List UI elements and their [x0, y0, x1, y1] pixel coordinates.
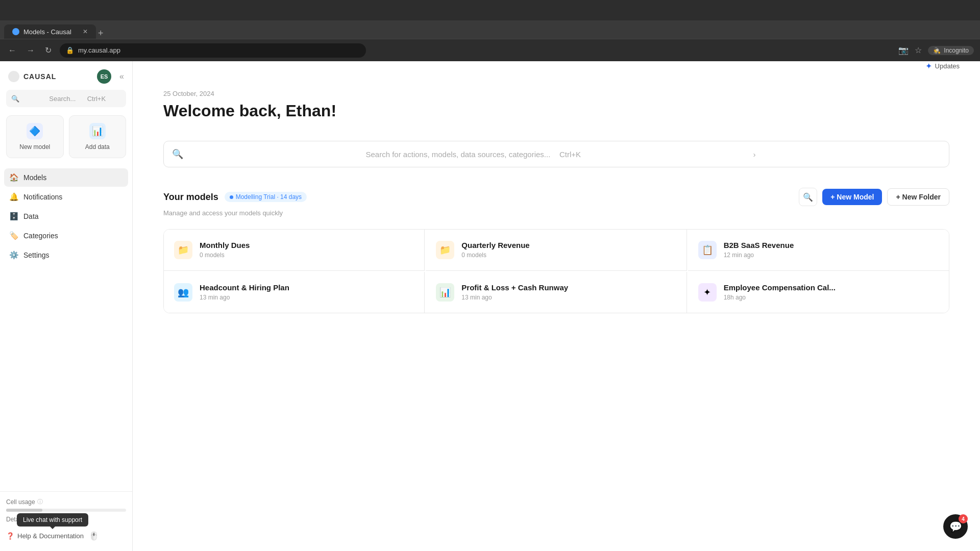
sidebar-search[interactable]: 🔍 Search... Ctrl+K [6, 90, 126, 107]
refresh-button[interactable]: ↻ [43, 43, 54, 57]
trial-dot [230, 195, 233, 199]
settings-icon: ⚙️ [9, 251, 18, 260]
model-meta-b2b-saas: 12 min ago [724, 252, 939, 259]
model-meta-headcount: 13 min ago [200, 294, 414, 301]
sidebar-header: CAUSAL ES « [0, 61, 132, 90]
quick-actions: 🔷 New model 📊 Add data [0, 115, 132, 168]
logo-icon [8, 71, 19, 82]
model-icon-profit-loss: 📊 [436, 283, 454, 302]
categories-icon: 🏷️ [9, 231, 18, 240]
add-data-quick-action[interactable]: 📊 Add data [69, 115, 127, 158]
new-model-label: New model [19, 143, 50, 151]
models-section-title: Your models [163, 192, 218, 203]
back-button[interactable]: ← [6, 44, 18, 57]
search-models-icon: 🔍 [803, 192, 813, 202]
sidebar-nav: 🏠 Models 🔔 Notifications 🗄️ Data 🏷️ Cate… [0, 168, 132, 491]
new-model-button[interactable]: + New Model [822, 189, 882, 205]
camera-icon: 📷 [898, 45, 909, 55]
sidebar-item-categories-label: Categories [23, 232, 58, 240]
model-card-employee-comp[interactable]: ✦ Employee Compensation Cal... 18h ago [688, 272, 949, 313]
model-info-profit-loss: Profit & Loss + Cash Runway 13 min ago [461, 283, 676, 301]
model-card-monthly-dues[interactable]: 📁 Monthly Dues 0 models [164, 230, 425, 271]
sidebar-item-models[interactable]: 🏠 Models [4, 168, 128, 187]
model-name-b2b-saas: B2B SaaS Revenue [724, 241, 939, 249]
sidebar-collapse-button[interactable]: « [119, 72, 124, 81]
new-folder-button-label: + New Folder [896, 193, 941, 201]
sidebar-item-categories[interactable]: 🏷️ Categories [4, 227, 128, 245]
bookmark-icon[interactable]: ☆ [915, 45, 922, 55]
browser-tab[interactable]: Models - Causal ✕ [4, 24, 96, 39]
model-meta-quarterly-revenue: 0 models [461, 252, 676, 259]
model-icon-quarterly-revenue: 📁 [436, 241, 454, 259]
model-name-quarterly-revenue: Quarterly Revenue [461, 241, 676, 249]
tab-close-button[interactable]: ✕ [83, 28, 88, 35]
search-placeholder: Search... [49, 95, 83, 103]
model-info-b2b-saas: B2B SaaS Revenue 12 min ago [724, 241, 939, 259]
logo-area: CAUSAL [8, 71, 56, 82]
trial-label: Modelling Trial · 14 days [236, 193, 302, 201]
search-action-placeholder: Search for actions, models, data sources… [366, 150, 554, 159]
chat-badge: 4 [959, 514, 968, 523]
avatar[interactable]: ES [97, 69, 111, 84]
chat-fab-button[interactable]: 💬 4 [943, 514, 968, 539]
search-chevron-icon: › [753, 150, 941, 159]
model-info-employee-comp: Employee Compensation Cal... 18h ago [724, 283, 939, 301]
tab-title: Models - Causal [23, 28, 71, 36]
lock-icon: 🔒 [66, 46, 74, 54]
browser-actions: 📷 ☆ 🕵️ Incognito [898, 45, 974, 55]
sidebar-bottom: Cell usage ⓘ Details Learn more ❓ Help &… [0, 491, 132, 551]
updates-button[interactable]: ✦ Updates [925, 61, 960, 71]
model-info-headcount: Headcount & Hiring Plan 13 min ago [200, 283, 414, 301]
updates-icon: ✦ [925, 61, 932, 71]
add-data-icon: 📊 [89, 123, 106, 139]
models-section-desc: Manage and access your models quickly [163, 209, 949, 217]
new-tab-button[interactable]: + [98, 28, 104, 39]
cell-usage-label: Cell usage ⓘ [6, 498, 126, 506]
model-card-quarterly-revenue[interactable]: 📁 Quarterly Revenue 0 models [426, 230, 687, 271]
sidebar-item-settings[interactable]: ⚙️ Settings [4, 246, 128, 264]
new-model-button-label: + New Model [830, 193, 874, 201]
tab-favicon [12, 28, 19, 35]
new-folder-button[interactable]: + New Folder [887, 188, 949, 206]
cursor-indicator: 🖱️ [89, 531, 99, 541]
model-meta-employee-comp: 18h ago [724, 294, 939, 301]
model-icon-employee-comp: ✦ [698, 283, 717, 302]
new-model-icon: 🔷 [27, 123, 43, 139]
address-text: my.causal.app [78, 46, 120, 54]
models-section: Your models Modelling Trial · 14 days 🔍 … [163, 188, 949, 313]
page-title: Welcome back, Ethan! [163, 102, 949, 120]
models-grid: 📁 Monthly Dues 0 models 📁 Quarterly Reve… [163, 229, 949, 313]
info-icon: ⓘ [37, 498, 43, 506]
model-card-b2b-saas[interactable]: 📋 B2B SaaS Revenue 12 min ago [688, 230, 949, 271]
model-name-headcount: Headcount & Hiring Plan [200, 283, 414, 292]
model-card-profit-loss[interactable]: 📊 Profit & Loss + Cash Runway 13 min ago [426, 272, 687, 313]
model-icon-monthly-dues: 📁 [174, 241, 192, 259]
trial-badge: Modelling Trial · 14 days [225, 192, 307, 202]
help-icon: ❓ [6, 532, 14, 540]
model-icon-headcount: 👥 [174, 283, 192, 302]
sidebar: CAUSAL ES « 🔍 Search... Ctrl+K 🔷 New mod… [0, 61, 133, 551]
search-action-bar[interactable]: 🔍 Search for actions, models, data sourc… [163, 141, 949, 167]
notifications-icon: 🔔 [9, 192, 18, 202]
main-content: ✦ Updates 25 October, 2024 Welcome back,… [133, 61, 980, 551]
logo-text: CAUSAL [23, 72, 56, 81]
models-header-right: 🔍 + New Model + New Folder [799, 188, 949, 206]
model-name-monthly-dues: Monthly Dues [200, 241, 414, 249]
section-title-row: Your models Modelling Trial · 14 days [163, 192, 307, 203]
models-search-button[interactable]: 🔍 [799, 188, 817, 206]
address-bar[interactable]: 🔒 my.causal.app [60, 43, 366, 58]
sidebar-item-data[interactable]: 🗄️ Data [4, 207, 128, 226]
model-meta-profit-loss: 13 min ago [461, 294, 676, 301]
data-icon: 🗄️ [9, 212, 18, 221]
forward-button[interactable]: → [24, 44, 37, 57]
model-name-profit-loss: Profit & Loss + Cash Runway [461, 283, 676, 292]
usage-bar-background [6, 509, 126, 512]
models-icon: 🏠 [9, 173, 18, 182]
new-model-quick-action[interactable]: 🔷 New model [6, 115, 64, 158]
usage-bar-fill [6, 509, 42, 512]
search-shortcut-label: Ctrl+K [559, 150, 747, 159]
model-card-headcount[interactable]: 👥 Headcount & Hiring Plan 13 min ago [164, 272, 425, 313]
model-info-quarterly-revenue: Quarterly Revenue 0 models [461, 241, 676, 259]
sidebar-item-notifications[interactable]: 🔔 Notifications [4, 188, 128, 206]
sidebar-item-settings-label: Settings [23, 251, 50, 259]
